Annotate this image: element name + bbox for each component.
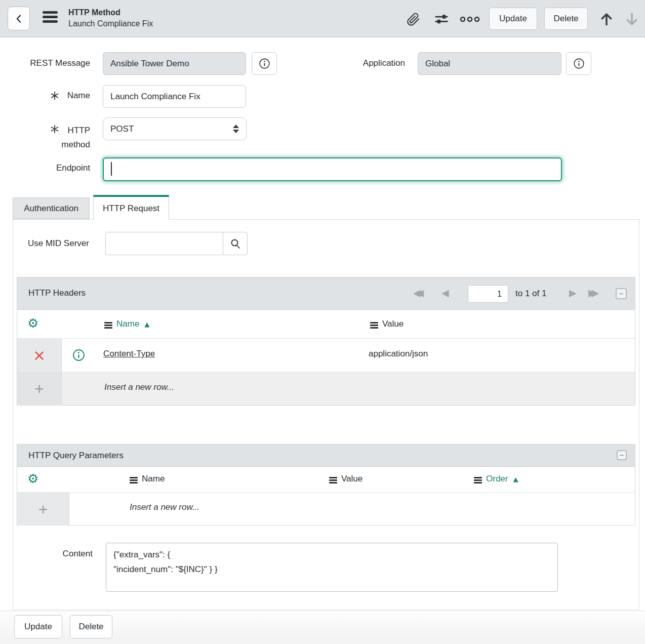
mid-server-lookup-button[interactable] [223, 232, 248, 255]
application-info-button[interactable] [566, 52, 591, 75]
header-value-cell: application/json [369, 349, 428, 359]
page-title: HTTP Method Launch Compliance Fix [68, 7, 153, 29]
sort-ascending-icon: ▲ [144, 320, 149, 328]
column-menu-icon[interactable] [130, 477, 138, 478]
insert-row[interactable]: + Insert a new row... [17, 372, 635, 405]
paperclip-icon [407, 13, 420, 26]
sort-ascending-icon: ▲ [513, 475, 518, 483]
collapse-section-button[interactable]: − [617, 450, 627, 460]
column-header-value[interactable]: Value [370, 319, 404, 329]
tab-http-request[interactable]: HTTP Request [93, 195, 169, 220]
application-field[interactable] [418, 52, 561, 75]
http-headers-header-bar: HTTP Headers ◀◀ ◀ to 1 of 1 ▶ ▶▶ − [17, 277, 635, 310]
delete-row-icon[interactable]: × [33, 348, 46, 363]
first-page-button[interactable]: ◀◀ [413, 287, 424, 298]
name-label: Name [14, 91, 90, 101]
add-row-cell[interactable]: + [17, 493, 69, 526]
column-header-order[interactable]: Order▲ [474, 474, 518, 484]
name-field[interactable] [103, 85, 246, 108]
next-page-button[interactable]: ▶ [569, 287, 577, 298]
gear-icon[interactable]: ⚙ [27, 471, 38, 486]
update-button-footer[interactable]: Update [14, 615, 62, 638]
insert-row-label[interactable]: Insert a new row... [104, 382, 174, 392]
attachment-button[interactable] [405, 11, 421, 27]
sliders-icon [434, 12, 449, 27]
pagination-range-text: to 1 of 1 [515, 289, 546, 299]
rest-message-field[interactable] [103, 52, 246, 75]
http-method-select[interactable]: POST [103, 117, 247, 140]
content-label: Content [18, 549, 93, 559]
column-header-name[interactable]: Name▲ [104, 319, 149, 329]
http-method-label: HTTP method [14, 124, 90, 152]
rest-message-label: REST Message [14, 58, 90, 68]
chevron-left-icon [13, 13, 24, 24]
insert-row-label[interactable]: Insert a new row... [130, 502, 199, 512]
text-cursor [111, 162, 112, 176]
http-headers-title: HTTP Headers [28, 288, 86, 298]
scroll-up-button[interactable] [598, 11, 615, 27]
query-params-title: HTTP Query Parameters [28, 451, 124, 461]
query-params-column-header-row: ⚙ Name Value Order▲ [17, 467, 635, 492]
rest-message-info-button[interactable] [252, 52, 277, 75]
query-params-section: HTTP Query Parameters − ⚙ Name Value Ord… [17, 444, 635, 526]
column-header-value[interactable]: Value [329, 474, 362, 484]
column-menu-icon[interactable] [104, 322, 112, 324]
column-menu-icon[interactable] [329, 477, 337, 478]
scroll-down-button[interactable] [624, 11, 640, 27]
form-footer: Update Delete [0, 611, 645, 644]
previous-page-button[interactable]: ◀ [441, 287, 449, 298]
back-button[interactable] [8, 7, 30, 30]
info-icon [573, 57, 585, 70]
endpoint-field[interactable] [103, 157, 562, 181]
more-options-icon [459, 16, 480, 23]
content-textarea[interactable]: {"extra_vars": { "incident_num": "${INC}… [106, 543, 558, 592]
arrow-up-icon [598, 11, 615, 28]
collapse-section-button[interactable]: − [616, 288, 627, 299]
mid-server-label: Use MID Server [28, 238, 99, 249]
record-name: Launch Compliance Fix [68, 18, 153, 29]
page-number-input[interactable] [468, 285, 508, 303]
search-icon [229, 237, 241, 250]
arrow-down-icon [624, 11, 640, 28]
select-stepper-icon [233, 125, 239, 133]
update-button-header[interactable]: Update [489, 8, 537, 30]
endpoint-label: Endpoint [14, 163, 90, 173]
tab-authentication[interactable]: Authentication [13, 197, 90, 219]
gear-icon[interactable]: ⚙ [27, 316, 38, 331]
add-row-cell[interactable]: + [17, 372, 62, 406]
table-row: × Content-Type application/json [17, 338, 635, 372]
insert-row[interactable]: + Insert a new row... [17, 492, 635, 525]
http-method-value: POST [110, 124, 134, 134]
header-name-link[interactable]: Content-Type [103, 349, 155, 359]
form-header-bar: HTTP Method Launch Compliance Fix Update… [0, 0, 645, 37]
context-menu-icon[interactable] [43, 11, 59, 26]
query-params-header-bar: HTTP Query Parameters − [17, 445, 635, 467]
plus-icon[interactable]: + [38, 501, 48, 517]
row-info-button[interactable] [72, 348, 86, 362]
http-headers-section: HTTP Headers ◀◀ ◀ to 1 of 1 ▶ ▶▶ − ⚙ Nam… [17, 277, 635, 406]
http-headers-column-header-row: ⚙ Name▲ Value [17, 310, 635, 338]
last-page-button[interactable]: ▶▶ [588, 287, 599, 298]
more-options-button[interactable] [462, 11, 478, 27]
info-icon [258, 57, 271, 70]
personalize-form-button[interactable] [433, 11, 450, 27]
plus-icon[interactable]: + [34, 381, 44, 397]
mid-server-field[interactable] [105, 232, 223, 255]
delete-row-cell[interactable]: × [17, 339, 62, 372]
application-label: Application [329, 58, 405, 68]
record-type: HTTP Method [68, 7, 153, 18]
column-menu-icon[interactable] [474, 477, 482, 478]
delete-button-header[interactable]: Delete [544, 8, 588, 30]
column-header-name[interactable]: Name [130, 474, 165, 484]
delete-button-footer[interactable]: Delete [70, 615, 112, 638]
column-menu-icon[interactable] [370, 322, 378, 324]
